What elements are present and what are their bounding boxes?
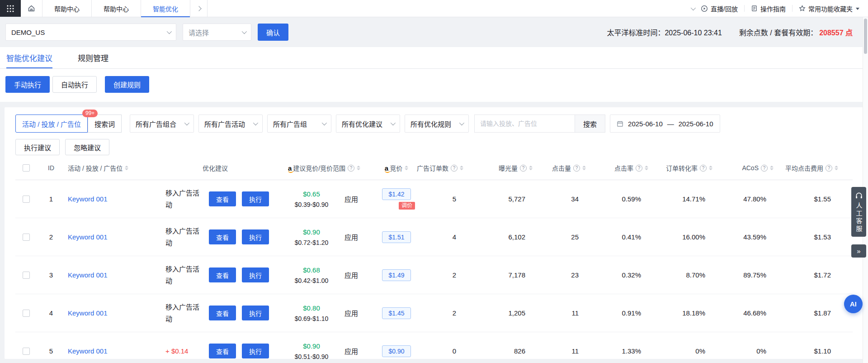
- tab-optimization-suggestions[interactable]: 智能优化建议: [6, 47, 52, 68]
- help-icon[interactable]: [700, 165, 707, 172]
- chevron-down-icon: [391, 120, 396, 125]
- portfolio-select[interactable]: 所有广告组合: [130, 115, 194, 133]
- cell-cpc: $1.10: [777, 347, 853, 355]
- row-checkbox[interactable]: [23, 310, 30, 317]
- sort-icon[interactable]: [770, 166, 774, 170]
- sort-icon[interactable]: [529, 166, 533, 170]
- ai-assistant-button[interactable]: AI: [844, 295, 863, 313]
- sort-icon[interactable]: [405, 166, 408, 170]
- ad-group-select[interactable]: 所有广告组: [267, 115, 331, 133]
- secondary-select[interactable]: 请选择: [183, 24, 251, 41]
- execute-button[interactable]: 执行: [242, 229, 269, 244]
- cell-acos: 89.75%: [716, 271, 777, 279]
- cell-cvr: 8.70%: [652, 271, 716, 279]
- apply-link[interactable]: 应用: [344, 270, 358, 280]
- scrollbar-thumb[interactable]: [864, 19, 867, 54]
- select-all-checkbox[interactable]: [23, 164, 30, 172]
- apply-link[interactable]: 应用: [344, 308, 358, 318]
- bid-pill[interactable]: $0.90: [382, 345, 410, 357]
- table-row: 5 Keyword 001 + $0.14 查看 执行 $0.90 $0.51-…: [15, 332, 853, 359]
- help-icon[interactable]: [573, 165, 580, 172]
- bid-pill[interactable]: $1.49: [382, 269, 410, 281]
- suggestion-type-select[interactable]: 所有优化建议: [336, 115, 400, 133]
- help-icon[interactable]: [451, 165, 458, 172]
- bulk-execute-button[interactable]: 执行建议: [15, 139, 60, 155]
- keyword-link[interactable]: Keyword 001: [65, 195, 108, 203]
- bid-pill[interactable]: $1.51: [382, 231, 410, 243]
- tab-rule-management[interactable]: 规则管理: [78, 47, 108, 68]
- view-button[interactable]: 查看: [209, 306, 236, 320]
- customer-service-panel[interactable]: 人工客服: [851, 187, 866, 237]
- sort-icon[interactable]: [709, 166, 712, 170]
- store-select[interactable]: DEMO_US: [5, 24, 176, 41]
- keyword-link[interactable]: Keyword 001: [65, 347, 108, 355]
- bid-pill[interactable]: $1.45: [382, 307, 410, 319]
- main-card: 活动 / 投放 / 广告位 搜索词 99+ 所有广告组合 所有广告活动 所有广告…: [5, 107, 863, 359]
- campaign-select[interactable]: 所有广告活动: [198, 115, 263, 133]
- keyword-link[interactable]: Keyword 001: [65, 271, 108, 279]
- tab-scroll-right-button[interactable]: [190, 0, 208, 17]
- apply-link[interactable]: 应用: [344, 232, 358, 242]
- bid-range-value: $0.42-$1.00: [295, 277, 329, 284]
- count-badge: 99+: [82, 110, 98, 117]
- view-button[interactable]: 查看: [209, 229, 236, 244]
- help-icon[interactable]: [520, 165, 527, 172]
- manual-execute-button[interactable]: 手动执行: [5, 76, 50, 93]
- apply-link[interactable]: 应用: [344, 346, 358, 356]
- cell-cpc: $1.55: [777, 195, 853, 203]
- sort-icon[interactable]: [357, 166, 360, 170]
- sort-icon[interactable]: [582, 166, 586, 170]
- row-checkbox[interactable]: [23, 234, 30, 241]
- live-replay-button[interactable]: 直播/回放: [701, 4, 738, 13]
- favorites-button[interactable]: 常用功能收藏夹: [799, 4, 860, 13]
- keyword-link[interactable]: Keyword 001: [65, 233, 108, 241]
- help-icon[interactable]: [636, 165, 642, 172]
- help-icon[interactable]: [348, 165, 354, 172]
- execute-button[interactable]: 执行: [242, 344, 269, 358]
- view-button[interactable]: 查看: [209, 191, 236, 206]
- cell-cpc: $1.53: [777, 233, 853, 241]
- col-header-impressions: 曝光量: [467, 163, 536, 172]
- bid-pill[interactable]: $1.42: [382, 188, 410, 200]
- tab-help-center-1[interactable]: 帮助中心: [42, 0, 92, 17]
- execute-button[interactable]: 执行: [242, 191, 269, 206]
- auto-execute-button[interactable]: 自动执行: [52, 76, 97, 93]
- confirm-button[interactable]: 确认: [258, 24, 288, 41]
- date-range-picker[interactable]: 2025-06-10 — 2025-06-10: [610, 115, 720, 133]
- col-header-cvr: 订单转化率: [652, 163, 716, 172]
- sort-icon[interactable]: [835, 166, 838, 170]
- search-button[interactable]: 搜索: [575, 115, 605, 133]
- bulk-ignore-button[interactable]: 忽略建议: [65, 139, 109, 155]
- cell-clicks: 11: [536, 347, 590, 355]
- guide-button[interactable]: 操作指南: [751, 4, 786, 13]
- view-button[interactable]: 查看: [209, 344, 236, 358]
- tab-help-center-2[interactable]: 帮助中心: [92, 0, 141, 17]
- view-button[interactable]: 查看: [209, 267, 236, 282]
- search-input[interactable]: [474, 115, 575, 133]
- document-icon: [751, 5, 758, 12]
- toggle-campaign-placement[interactable]: 活动 / 投放 / 广告位: [15, 115, 88, 133]
- rule-select[interactable]: 所有优化规则: [405, 115, 469, 133]
- execute-button[interactable]: 执行: [242, 267, 269, 282]
- help-icon[interactable]: [826, 165, 832, 172]
- apply-link[interactable]: 应用: [344, 194, 358, 204]
- row-checkbox[interactable]: [23, 196, 30, 203]
- create-rule-button[interactable]: 创建规则: [105, 76, 149, 93]
- apps-menu-button[interactable]: [0, 0, 21, 17]
- sort-icon[interactable]: [460, 166, 463, 170]
- chevron-down-icon[interactable]: [691, 5, 696, 10]
- table-row: 4 Keyword 001 移入广告活动 查看 执行 $0.80 $0.69-$…: [15, 294, 853, 332]
- cell-ctr: 0.41%: [590, 233, 652, 241]
- execute-button[interactable]: 执行: [242, 306, 269, 320]
- col-header-acos: ACoS: [716, 164, 777, 172]
- help-icon[interactable]: [761, 165, 768, 172]
- row-checkbox[interactable]: [23, 272, 30, 279]
- collapse-sidebar-button[interactable]: »: [851, 244, 866, 258]
- sort-icon[interactable]: [645, 166, 648, 170]
- home-tab[interactable]: [21, 0, 42, 17]
- keyword-link[interactable]: Keyword 001: [65, 309, 108, 317]
- tab-smart-optimization[interactable]: 智能优化: [141, 0, 190, 17]
- sort-icon[interactable]: [125, 166, 128, 170]
- toggle-search-term[interactable]: 搜索词: [88, 115, 122, 133]
- row-checkbox[interactable]: [23, 348, 30, 355]
